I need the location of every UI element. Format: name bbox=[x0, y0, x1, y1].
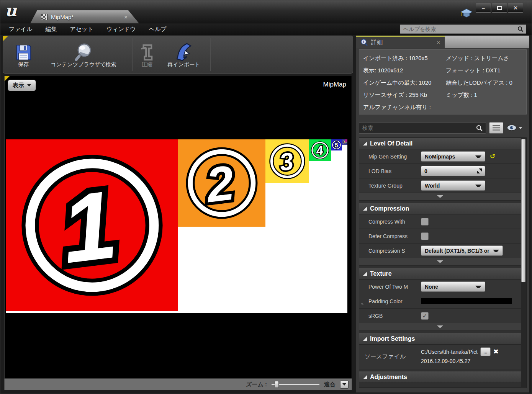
texture-group-dropdown[interactable]: World bbox=[421, 180, 485, 191]
reimport-arrow-icon bbox=[174, 40, 194, 61]
close-button[interactable]: ✕ bbox=[508, 3, 523, 13]
help-search-input[interactable] bbox=[403, 26, 517, 32]
close-icon: ✕ bbox=[513, 5, 518, 11]
menu-file[interactable]: ファイル bbox=[9, 26, 32, 33]
find-in-content-browser-button[interactable]: コンテンツブラウザで検索 bbox=[40, 40, 127, 68]
zoom-mode-dropdown[interactable] bbox=[340, 381, 349, 389]
property-grid: Level Of Detail Mip Gen Setting NoMipmap… bbox=[359, 137, 527, 388]
texture-info-box: インポート済み : 1020x5 表示: 1020x512 インゲーム中の最大:… bbox=[359, 49, 527, 114]
view-options-list-button[interactable] bbox=[489, 122, 503, 134]
reset-to-default-icon[interactable]: ↺ bbox=[490, 153, 495, 160]
texture-preview: 1 2 3 4 5 6 bbox=[6, 139, 347, 313]
fit-label: 適合 bbox=[324, 381, 336, 388]
visibility-filter-button[interactable] bbox=[507, 124, 522, 131]
menu-window[interactable]: ウィンドウ bbox=[106, 26, 136, 33]
details-tab-title: 詳細 bbox=[371, 39, 383, 46]
property-search-input[interactable] bbox=[362, 125, 476, 131]
section-header-adjustments[interactable]: Adjustments bbox=[359, 371, 521, 383]
show-label: 表示 bbox=[13, 82, 24, 89]
browse-button[interactable]: ... bbox=[480, 347, 491, 356]
title-bar: u MipMap* × – ✕ bbox=[0, 0, 532, 23]
padding-color-label: Padding Color bbox=[359, 298, 417, 304]
source-file-label: ソースファイル bbox=[359, 345, 417, 369]
row-compress-without-alpha: Compress With bbox=[359, 214, 521, 229]
clear-source-icon[interactable]: ✖ bbox=[493, 348, 499, 356]
chevron-down-icon bbox=[437, 325, 443, 328]
chevron-down-icon bbox=[437, 195, 443, 198]
section-level-of-detail: Level Of Detail Mip Gen Setting NoMipmap… bbox=[359, 138, 521, 201]
chevron-down-icon bbox=[475, 155, 481, 158]
tutorial-cap-icon[interactable] bbox=[460, 8, 473, 20]
menu-edit[interactable]: 編集 bbox=[45, 26, 57, 33]
srgb-checkbox[interactable]: ✓ bbox=[421, 312, 429, 320]
property-scrollbar[interactable] bbox=[521, 138, 526, 387]
lod-bias-value: 0 bbox=[424, 168, 427, 174]
drag-spinner-icon[interactable] bbox=[477, 168, 482, 173]
asset-tab-title: MipMap* bbox=[51, 14, 74, 20]
mip-square-4: 4 bbox=[309, 139, 331, 161]
search-icon bbox=[476, 125, 483, 131]
reimport-button[interactable]: 再インポート bbox=[161, 40, 207, 68]
tutorial-corner-icon bbox=[3, 36, 8, 41]
help-search-box[interactable] bbox=[400, 25, 526, 34]
advanced-expander[interactable] bbox=[359, 193, 521, 201]
svg-text:i: i bbox=[363, 40, 364, 44]
defer-compression-checkbox[interactable] bbox=[421, 232, 429, 240]
compression-settings-value: Default (DXT1/5, BC1/3 or bbox=[425, 248, 489, 254]
asset-tab-close-icon[interactable]: × bbox=[124, 14, 128, 20]
zoom-slider-handle[interactable] bbox=[275, 381, 279, 388]
viewport-zoom-bar: ズーム : 適合 bbox=[4, 379, 352, 390]
power-of-two-dropdown[interactable]: None bbox=[421, 281, 485, 292]
zoom-label: ズーム : bbox=[246, 381, 267, 388]
power-of-two-label: Power Of Two M bbox=[359, 284, 417, 290]
source-file-path: C:/Users/tth-tanaka/Pict bbox=[421, 349, 478, 355]
property-search-box[interactable] bbox=[359, 122, 486, 134]
section-texture: Texture Power Of Two M None bbox=[359, 268, 521, 331]
advanced-expander[interactable] bbox=[359, 323, 521, 331]
section-header-lod[interactable]: Level Of Detail bbox=[359, 138, 521, 149]
row-padding-color: Padding Color bbox=[359, 294, 521, 309]
row-defer-compression: Defer Compress bbox=[359, 229, 521, 244]
info-mip-count: ミップ数 : 1 bbox=[446, 89, 526, 101]
chevron-down-icon bbox=[475, 185, 481, 187]
section-header-import-settings[interactable]: Import Settings bbox=[359, 333, 521, 345]
menu-bar: ファイル 編集 アセット ウィンドウ ヘルプ bbox=[0, 23, 532, 35]
section-header-compression[interactable]: Compression bbox=[359, 203, 521, 214]
advanced-expander[interactable] bbox=[359, 258, 521, 266]
section-title: Texture bbox=[370, 270, 392, 277]
expanded-triangle-icon bbox=[363, 142, 367, 146]
compression-settings-dropdown[interactable]: Default (DXT1/5, BC1/3 or bbox=[421, 245, 503, 256]
save-button[interactable]: 保存 bbox=[8, 40, 38, 68]
row-srgb: sRGB ✓ bbox=[359, 309, 521, 323]
mip-gen-dropdown[interactable]: NoMipmaps bbox=[421, 151, 485, 162]
menu-asset[interactable]: アセット bbox=[70, 26, 93, 33]
chevron-down-icon bbox=[519, 127, 522, 129]
info-resource-size: リソースサイズ : 255 Kb bbox=[363, 89, 445, 101]
details-tab[interactable]: i 詳細 × bbox=[356, 36, 445, 48]
maximize-button[interactable] bbox=[492, 3, 507, 13]
zoom-slider[interactable] bbox=[272, 381, 319, 388]
compress-without-checkbox[interactable] bbox=[421, 218, 429, 226]
chevron-down-icon bbox=[27, 84, 31, 87]
section-header-texture[interactable]: Texture bbox=[359, 268, 521, 280]
expanded-triangle-icon bbox=[363, 375, 367, 379]
info-magnifier-icon: i bbox=[360, 39, 368, 46]
floppy-icon bbox=[15, 40, 32, 61]
row-mip-gen-settings: Mip Gen Setting NoMipmaps ↺ bbox=[359, 149, 521, 164]
section-title: Adjustments bbox=[370, 374, 407, 381]
asset-tab-mipmap[interactable]: MipMap* × bbox=[30, 10, 139, 23]
menu-help[interactable]: ヘルプ bbox=[149, 26, 167, 33]
padding-color-swatch[interactable] bbox=[421, 298, 512, 304]
show-dropdown-button[interactable]: 表示 bbox=[8, 80, 36, 91]
compress-without-label: Compress With bbox=[359, 219, 417, 225]
texture-group-label: Texture Group bbox=[359, 183, 417, 189]
property-scrollbar-thumb[interactable] bbox=[521, 139, 525, 282]
texture-viewport[interactable]: 表示 MipMap 1 2 3 4 5 6 bbox=[4, 76, 352, 379]
svg-text:5: 5 bbox=[334, 141, 339, 149]
lod-bias-spinbox[interactable]: 0 bbox=[421, 166, 485, 176]
power-of-two-value: None bbox=[425, 284, 438, 290]
details-tab-close-icon[interactable]: × bbox=[437, 39, 440, 46]
minimize-button[interactable]: – bbox=[476, 3, 491, 13]
expand-right-icon[interactable] bbox=[362, 303, 364, 304]
window-controls: – ✕ bbox=[475, 3, 523, 13]
